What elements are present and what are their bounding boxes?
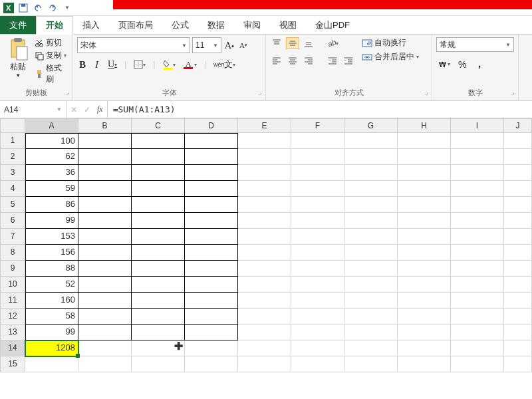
cell[interactable] xyxy=(132,245,185,261)
cell[interactable] xyxy=(398,181,451,197)
cell[interactable] xyxy=(78,309,132,325)
cell[interactable] xyxy=(185,325,238,340)
cell[interactable] xyxy=(78,261,132,277)
tab-view[interactable]: 视图 xyxy=(270,16,306,34)
cell[interactable] xyxy=(344,133,398,149)
name-box[interactable]: A14▼ xyxy=(0,101,66,118)
cell[interactable] xyxy=(78,245,132,261)
tab-review[interactable]: 审阅 xyxy=(234,16,270,34)
cell[interactable] xyxy=(238,309,291,325)
cell[interactable] xyxy=(238,277,291,293)
cell[interactable] xyxy=(504,277,532,293)
cell[interactable] xyxy=(344,213,398,229)
cell[interactable] xyxy=(504,245,532,261)
cell[interactable] xyxy=(344,261,398,277)
merge-center-button[interactable]: 合并后居中▾ xyxy=(362,51,419,63)
cell[interactable] xyxy=(291,261,344,277)
cell[interactable] xyxy=(185,213,238,229)
cell[interactable]: 88 xyxy=(25,261,78,277)
cell[interactable]: 100 xyxy=(25,133,78,149)
cell[interactable] xyxy=(291,213,344,229)
cell[interactable] xyxy=(132,293,185,309)
cell[interactable] xyxy=(78,293,132,309)
cell[interactable] xyxy=(238,165,291,181)
cell[interactable] xyxy=(398,293,451,309)
cell[interactable] xyxy=(398,245,451,261)
cell[interactable] xyxy=(185,229,238,245)
cell[interactable] xyxy=(504,229,532,245)
col-header-A[interactable]: A xyxy=(25,118,78,133)
cell[interactable] xyxy=(238,261,291,277)
row-header[interactable]: 15 xyxy=(0,356,25,372)
cell[interactable] xyxy=(344,325,398,340)
qat-dropdown-icon[interactable]: ▼ xyxy=(61,2,73,14)
enter-icon[interactable]: ✓ xyxy=(84,105,90,114)
cell[interactable] xyxy=(398,325,451,340)
col-header-C[interactable]: C xyxy=(132,118,185,133)
cell[interactable] xyxy=(344,309,398,325)
cell[interactable] xyxy=(291,149,344,165)
align-top-icon[interactable] xyxy=(270,37,283,49)
cell[interactable] xyxy=(398,309,451,325)
cell[interactable] xyxy=(238,340,291,356)
cell[interactable] xyxy=(78,340,132,356)
cell[interactable] xyxy=(25,356,78,372)
cell[interactable] xyxy=(344,149,398,165)
cell[interactable] xyxy=(132,197,185,213)
col-header-G[interactable]: G xyxy=(344,118,398,133)
wrap-text-button[interactable]: 自动换行 xyxy=(362,37,419,49)
tab-formulas[interactable]: 公式 xyxy=(162,16,198,34)
increase-font-icon[interactable]: A▴ xyxy=(223,39,235,52)
cell[interactable] xyxy=(451,197,504,213)
cell[interactable] xyxy=(504,165,532,181)
cell[interactable] xyxy=(132,325,185,340)
cell[interactable] xyxy=(132,181,185,197)
align-right-icon[interactable] xyxy=(302,55,315,66)
cell[interactable] xyxy=(504,181,532,197)
cell[interactable] xyxy=(132,261,185,277)
cell[interactable] xyxy=(238,293,291,309)
cell[interactable] xyxy=(398,277,451,293)
font-size-select[interactable]: 11▼ xyxy=(192,37,221,53)
copy-button[interactable]: 复制▾ xyxy=(35,50,68,61)
cell[interactable] xyxy=(185,133,238,149)
cell[interactable] xyxy=(504,133,532,149)
cell[interactable] xyxy=(451,356,504,372)
cell[interactable] xyxy=(291,197,344,213)
cell[interactable] xyxy=(185,340,238,356)
cell[interactable]: 153 xyxy=(25,229,78,245)
cell[interactable] xyxy=(185,309,238,325)
tab-home[interactable]: 开始 xyxy=(36,16,73,35)
tab-file[interactable]: 文件 xyxy=(0,16,36,34)
cell[interactable] xyxy=(398,133,451,149)
cell[interactable] xyxy=(398,261,451,277)
cell[interactable] xyxy=(185,356,238,372)
save-icon[interactable] xyxy=(17,2,29,14)
cell[interactable] xyxy=(451,261,504,277)
cell[interactable] xyxy=(238,197,291,213)
cell[interactable] xyxy=(344,293,398,309)
cell[interactable] xyxy=(451,325,504,340)
cell[interactable] xyxy=(132,309,185,325)
row-header[interactable]: 2 xyxy=(0,149,25,165)
cell[interactable] xyxy=(132,149,185,165)
cell[interactable] xyxy=(344,356,398,372)
cell[interactable] xyxy=(451,293,504,309)
cell[interactable] xyxy=(504,149,532,165)
row-header[interactable]: 11 xyxy=(0,293,25,309)
cell[interactable] xyxy=(344,277,398,293)
cell[interactable] xyxy=(398,229,451,245)
cell[interactable] xyxy=(451,340,504,356)
align-middle-icon[interactable] xyxy=(286,37,299,49)
cell[interactable] xyxy=(504,213,532,229)
cell[interactable] xyxy=(132,229,185,245)
cell[interactable] xyxy=(451,181,504,197)
cell[interactable] xyxy=(291,356,344,372)
cell[interactable] xyxy=(291,133,344,149)
cell[interactable] xyxy=(78,213,132,229)
select-all-corner[interactable] xyxy=(0,118,25,133)
cell[interactable] xyxy=(238,213,291,229)
cell[interactable]: 1208 xyxy=(25,340,78,356)
number-format-select[interactable]: 常规▼ xyxy=(436,37,514,52)
tab-pdf[interactable]: 金山PDF xyxy=(306,16,359,34)
